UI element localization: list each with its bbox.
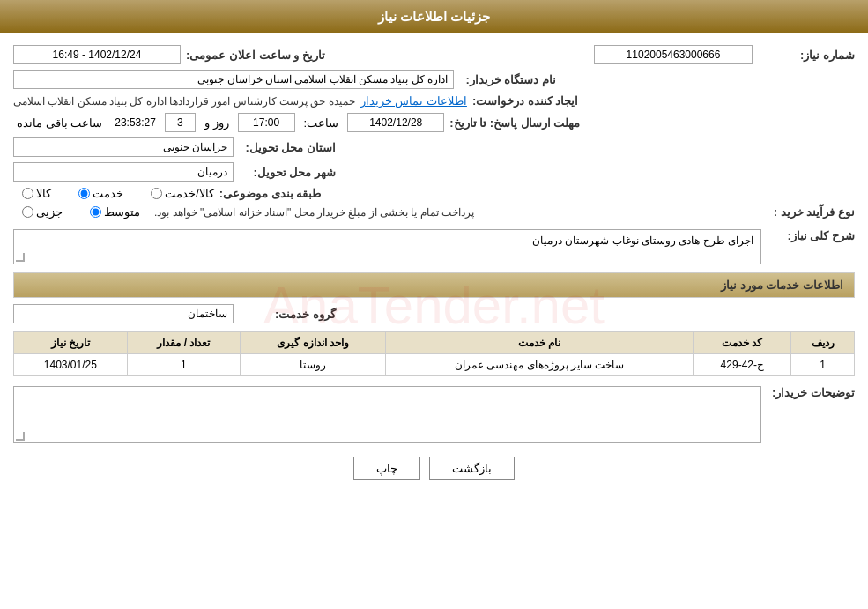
mohlat-saat-label: ساعت: xyxy=(304,116,339,130)
ostan-label: استان محل تحویل: xyxy=(239,141,336,154)
table-row: 1ج-42-429ساخت سایر پروژه‌های مهندسی عمرا… xyxy=(14,354,855,376)
back-button[interactable]: بازگشت xyxy=(429,457,515,480)
ijad-link[interactable]: اطلاعات تماس خریدار xyxy=(360,94,467,108)
sharh-label: شرح کلی نیاز: xyxy=(767,229,855,242)
row-noe: نوع فرآیند خرید : پرداخت تمام یا بخشی از… xyxy=(13,203,855,221)
cell-kod: ج-42-429 xyxy=(694,354,791,376)
tabaqe-kala-item[interactable]: کالا xyxy=(22,187,51,200)
page-header: جزئیات اطلاعات نیاز xyxy=(0,0,868,33)
noe-label: نوع فرآیند خرید : xyxy=(758,205,855,219)
cell-vahed: روستا xyxy=(241,354,386,376)
row-mohlat: مهلت ارسال پاسخ: تا تاریخ: ساعت: روز و 2… xyxy=(13,110,855,135)
page-title: جزئیات اطلاعات نیاز xyxy=(378,9,490,24)
noe-notice: پرداخت تمام یا بخشی از مبلغ خریدار محل "… xyxy=(145,206,753,219)
tarikh-input[interactable] xyxy=(13,45,181,64)
cell-tarikh: 1403/01/25 xyxy=(14,354,128,376)
row-gorohe: گروه خدمت: xyxy=(13,301,855,326)
col-tedad: تعداد / مقدار xyxy=(127,332,241,354)
col-nam: نام خدمت xyxy=(385,332,693,354)
col-tarikh: تاریخ نیاز xyxy=(14,332,128,354)
row-shomara: شماره نیاز: تاریخ و ساعت اعلان عمومی: xyxy=(13,42,855,67)
tosif-label: توضیحات خریدار: xyxy=(767,386,855,399)
row-dasgah: نام دستگاه خریدار: xyxy=(13,67,855,92)
service-table: ردیف کد خدمت نام خدمت واحد اندازه گیری ت… xyxy=(13,331,855,376)
shomara-input[interactable] xyxy=(594,45,753,64)
row-sharh: شرح کلی نیاز: اجرای طرح هادی روستای نوغا… xyxy=(13,227,855,267)
tabaqe-kala-khedmat-label: کالا/خدمت xyxy=(165,187,214,200)
mohlat-saat-input[interactable] xyxy=(238,113,295,132)
khadamat-title: اطلاعات خدمات مورد نیاز xyxy=(721,279,843,292)
row-tosif: توضیحات خریدار: xyxy=(13,383,855,446)
cell-nam: ساخت سایر پروژه‌های مهندسی عمران xyxy=(385,354,693,376)
tabaqe-khedmat-item[interactable]: خدمت xyxy=(78,187,123,200)
tabaqe-kala-khedmat-radio[interactable] xyxy=(151,188,162,199)
shahr-input[interactable] xyxy=(13,162,234,182)
tabaqe-radio-group: کالا/خدمت خدمت کالا xyxy=(13,187,214,200)
shahr-label: شهر محل تحویل: xyxy=(239,166,336,179)
dasgah-label: نام دستگاه خریدار: xyxy=(459,73,556,86)
row-ostan: استان محل تحویل: xyxy=(13,135,855,160)
sharh-value: اجرای طرح هادی روستای نوغاب شهرستان درمی… xyxy=(532,234,753,247)
noe-radio-group: متوسط جزیی xyxy=(13,205,140,219)
noe-motevaset-radio[interactable] xyxy=(90,206,101,218)
sharh-box: اجرای طرح هادی روستای نوغاب شهرستان درمی… xyxy=(13,229,761,264)
tabaqe-kala-radio[interactable] xyxy=(22,188,33,199)
btn-row: بازگشت چاپ xyxy=(13,457,855,480)
mohlat-label: مهلت ارسال پاسخ: تا تاریخ: xyxy=(449,116,580,130)
tosif-box xyxy=(13,386,761,443)
col-kod: کد خدمت xyxy=(694,332,791,354)
rooz-input[interactable] xyxy=(165,113,196,132)
noe-jozi-label: جزیی xyxy=(36,205,63,219)
ijad-label: ایجاد کننده درخواست: xyxy=(472,94,579,108)
rooz-label: روز و xyxy=(204,116,229,130)
page-wrapper: جزئیات اطلاعات نیاز شماره نیاز: تاریخ و … xyxy=(0,0,868,609)
noe-motevaset-item[interactable]: متوسط xyxy=(90,205,140,219)
gorohe-label: گروه خدمت: xyxy=(239,308,336,321)
mohlat-date-input[interactable] xyxy=(347,113,444,132)
noe-motevaset-label: متوسط xyxy=(104,205,140,219)
row-shahr: شهر محل تحویل: xyxy=(13,160,855,184)
shomara-label: شماره نیاز: xyxy=(758,48,855,62)
print-button[interactable]: چاپ xyxy=(353,457,420,480)
col-radif: ردیف xyxy=(791,332,855,354)
dasgah-input[interactable] xyxy=(13,70,454,89)
row-ijad: ایجاد کننده درخواست: اطلاعات تماس خریدار… xyxy=(13,92,855,110)
tabaqe-kala-label: کالا xyxy=(36,187,51,200)
noe-jozi-radio[interactable] xyxy=(22,206,33,218)
ostan-input[interactable] xyxy=(13,137,234,157)
tabaqe-khedmat-label: خدمت xyxy=(93,187,123,200)
col-vahed: واحد اندازه گیری xyxy=(241,332,386,354)
content-area: شماره نیاز: تاریخ و ساعت اعلان عمومی: نا… xyxy=(0,33,868,498)
khadamat-header: اطلاعات خدمات مورد نیاز xyxy=(13,272,855,298)
tabaqe-label: طبقه بندی موضوعی: xyxy=(219,187,322,200)
ijad-value: حمیده حق پرست کارشناس امور قراردادها ادا… xyxy=(13,95,355,108)
baqi-time: 23:53:27 xyxy=(115,116,156,129)
cell-tedad: 1 xyxy=(127,354,241,376)
baqi-label: ساعت باقی مانده xyxy=(17,116,102,130)
gorohe-input[interactable] xyxy=(13,304,234,323)
tabaqe-kala-khedmat-item[interactable]: کالا/خدمت xyxy=(151,187,214,200)
row-tabaqe: طبقه بندی موضوعی: کالا/خدمت خدمت کالا xyxy=(13,184,855,203)
tabaqe-khedmat-radio[interactable] xyxy=(78,188,90,199)
cell-radif: 1 xyxy=(791,354,855,376)
tarikh-label: تاریخ و ساعت اعلان عمومی: xyxy=(186,48,325,62)
noe-jozi-item[interactable]: جزیی xyxy=(22,205,63,219)
